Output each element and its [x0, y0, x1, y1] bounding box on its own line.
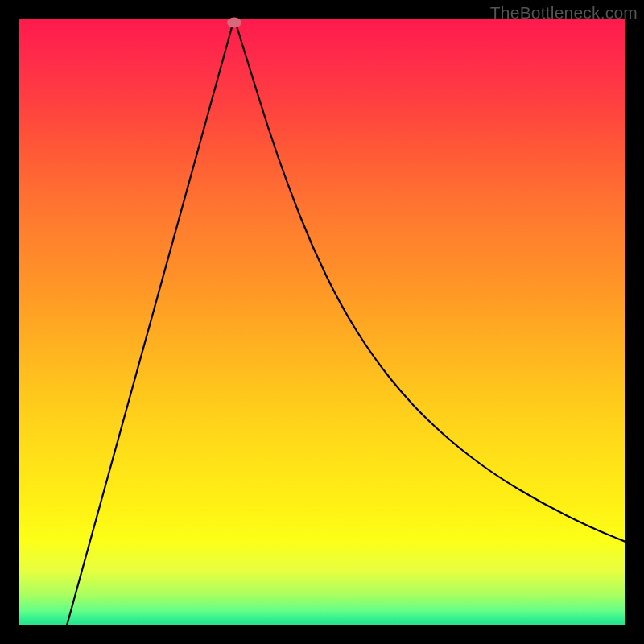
chart-plot-area — [19, 19, 625, 625]
watermark-text: TheBottleneck.com — [490, 3, 638, 23]
minimum-marker — [227, 18, 242, 28]
bottleneck-curve — [19, 19, 625, 625]
